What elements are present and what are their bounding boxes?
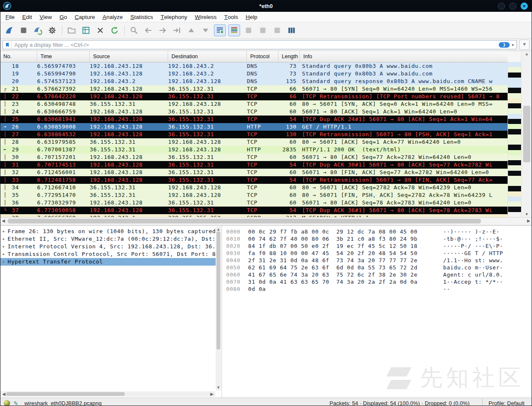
expand-arrow-icon[interactable]: ▸ bbox=[0, 228, 8, 235]
expand-arrow-icon[interactable]: ▸ bbox=[0, 258, 8, 266]
menu-item-statistics[interactable]: Statistics bbox=[126, 12, 157, 22]
display-filter-box[interactable]: ❯ ▾ bbox=[3, 40, 517, 49]
resize-columns-button[interactable] bbox=[286, 24, 297, 36]
filter-apply-button[interactable]: ❯ bbox=[499, 42, 510, 48]
display-filter-input[interactable] bbox=[12, 42, 499, 48]
scroll-down-arrow-icon[interactable]: ▼ bbox=[521, 211, 532, 217]
capture-file-properties-icon[interactable] bbox=[4, 400, 10, 406]
hex-line-0040[interactable]: 00402f 31 2e 31 0d 0a 48 6f 73 74 3a 20 … bbox=[222, 257, 532, 264]
maximize-button[interactable] bbox=[509, 3, 516, 10]
column-header-info[interactable]: Info bbox=[300, 51, 508, 62]
menu-item-capture[interactable]: Capture bbox=[71, 12, 99, 22]
column-header-time[interactable]: Time bbox=[37, 51, 90, 62]
packet-length: 60 bbox=[278, 184, 300, 191]
packet-row-33[interactable]: │336.712481758192.168.243.12836.155.132.… bbox=[0, 176, 508, 184]
filter-history-dropdown-icon[interactable]: ▾ bbox=[512, 43, 514, 47]
menu-item-help[interactable]: Help bbox=[242, 12, 261, 22]
save-file-button[interactable] bbox=[80, 24, 92, 36]
packet-row-26[interactable]: →266.630859008192.168.243.12836.155.132.… bbox=[0, 123, 508, 131]
capture-options-button[interactable] bbox=[46, 24, 58, 36]
column-header-source[interactable]: Source bbox=[90, 51, 168, 62]
reload-button[interactable] bbox=[109, 24, 120, 36]
detail-line-2[interactable]: ▸Internet Protocol Version 4, Src: 192.1… bbox=[0, 243, 216, 250]
packet-number: 26 bbox=[10, 123, 37, 131]
packet-row-28[interactable]: │286.63197958536.155.132.31192.168.243.1… bbox=[0, 138, 508, 146]
menu-item-go[interactable]: Go bbox=[56, 12, 71, 22]
packet-row-36[interactable]: │366.773032979192.168.243.12836.155.132.… bbox=[0, 199, 508, 207]
filter-bookmark-icon[interactable] bbox=[3, 41, 12, 48]
packet-row-25[interactable]: │256.630681941192.168.243.12836.155.132.… bbox=[0, 116, 508, 123]
scroll-right-arrow-icon[interactable]: ▶ bbox=[209, 391, 215, 397]
add-filter-button[interactable]: ▾ bbox=[519, 40, 529, 50]
packet-row-20[interactable]: 206.574537123192.168.243.2192.168.243.12… bbox=[0, 78, 508, 85]
expand-arrow-icon[interactable]: ▸ bbox=[0, 243, 8, 250]
packet-row-30[interactable]: │306.707157201192.168.243.12836.155.132.… bbox=[0, 153, 508, 161]
details-scroll-thumb[interactable] bbox=[217, 231, 220, 350]
scroll-down-arrow-icon[interactable]: ▼ bbox=[216, 384, 221, 390]
column-header-length[interactable]: Length bbox=[278, 51, 300, 62]
column-header-protocol[interactable]: Protocol bbox=[247, 51, 278, 62]
auto-scroll-button[interactable] bbox=[214, 24, 226, 36]
column-header-destination[interactable]: Destination bbox=[168, 51, 247, 62]
hex-line-0030[interactable]: 0030fa f0 88 10 00 00 47 45 54 20 2f 20 … bbox=[222, 250, 532, 257]
detail-line-3[interactable]: ▸Transmission Control Protocol, Src Port… bbox=[0, 250, 216, 258]
hex-line-0070[interactable]: 007031 0d 0a 41 63 63 65 70 74 3a 20 2a … bbox=[222, 278, 532, 285]
menu-item-file[interactable]: File bbox=[2, 12, 19, 22]
packet-row-34[interactable]: │346.71266741036.155.132.31192.168.243.1… bbox=[0, 184, 508, 191]
menu-item-tools[interactable]: Tools bbox=[220, 12, 242, 22]
scroll-left-arrow-icon[interactable]: ◀ bbox=[0, 218, 7, 225]
start-capture-button[interactable] bbox=[3, 24, 15, 36]
hex-line-0060[interactable]: 006041 67 65 6e 74 3a 20 63 75 72 6c 2f … bbox=[222, 271, 532, 278]
packet-list-vertical-scrollbar[interactable]: ▲ ▼ bbox=[521, 51, 532, 217]
colorize-button[interactable] bbox=[228, 24, 240, 36]
column-header-no[interactable]: No. bbox=[0, 51, 37, 62]
packet-row-22[interactable]: │226.576642220192.168.243.12836.155.132.… bbox=[0, 93, 508, 100]
packet-row-18[interactable]: 186.565974703192.168.243.128192.168.243.… bbox=[0, 62, 508, 70]
minimize-button[interactable] bbox=[498, 3, 505, 10]
hex-line-0050[interactable]: 005062 61 69 64 75 2e 63 6f 6d 0d 0a 55 … bbox=[222, 264, 532, 271]
intelligent-scrollbar-minimap[interactable] bbox=[508, 62, 521, 217]
detail-line-1[interactable]: ▸Ethernet II, Src: VMware_12:dc:7a (00:0… bbox=[0, 235, 216, 243]
packet-row-31[interactable]: │316.707174513192.168.243.12836.155.132.… bbox=[0, 161, 508, 169]
horizontal-scroll-thumb[interactable] bbox=[8, 219, 481, 223]
hex-line-0010[interactable]: 001000 74 62 7f 40 00 80 06 3b 21 c0 a8 … bbox=[222, 235, 532, 242]
menu-item-edit[interactable]: Edit bbox=[19, 12, 36, 22]
hex-line-0020[interactable]: 002084 1f db 07 00 50 e0 2f 19 ec 7f 45 … bbox=[222, 242, 532, 250]
scroll-up-arrow-icon[interactable]: ▲ bbox=[521, 51, 532, 57]
packet-row-35[interactable]: │356.77295147036.155.132.31192.168.243.1… bbox=[0, 191, 508, 199]
packet-list-horizontal-scrollbar[interactable]: ◀ ▶ bbox=[0, 217, 532, 226]
packet-destination: 36.155.132.31 bbox=[168, 85, 247, 93]
hex-ascii: 1··Accep t: */*·· bbox=[443, 278, 503, 285]
packet-row-37[interactable]: └376.773050058192.168.243.12836.155.132.… bbox=[0, 207, 508, 214]
close-button[interactable]: ✕ bbox=[521, 3, 528, 10]
packet-row-23[interactable]: │236.63049874836.155.132.31192.168.243.1… bbox=[0, 100, 508, 108]
menu-item-telephony[interactable]: Telephony bbox=[157, 12, 191, 22]
capture-comment-icon[interactable]: ✎ bbox=[13, 400, 19, 406]
packet-row-27[interactable]: │276.630864532192.168.243.12836.155.132.… bbox=[0, 131, 508, 138]
packet-row-21[interactable]: ┌216.576627392192.168.243.12836.155.132.… bbox=[0, 85, 508, 93]
packet-row-24[interactable]: │246.630666759192.168.243.12836.155.132.… bbox=[0, 108, 508, 116]
restart-capture-button[interactable] bbox=[32, 24, 44, 36]
menu-item-view[interactable]: View bbox=[36, 12, 56, 22]
menu-item-analyze[interactable]: Analyze bbox=[99, 12, 126, 22]
expand-arrow-icon[interactable]: ▸ bbox=[0, 235, 8, 243]
packet-row-32[interactable]: │326.712456001192.168.243.12836.155.132.… bbox=[0, 169, 508, 176]
related-packet-mark: │ bbox=[0, 191, 10, 199]
hex-line-0080[interactable]: 00800d 0a·· bbox=[222, 285, 532, 293]
menu-item-wireless[interactable]: Wireless bbox=[191, 12, 221, 22]
packet-row-19[interactable]: 196.565994790192.168.243.128192.168.243.… bbox=[0, 70, 508, 78]
close-file-button[interactable] bbox=[94, 24, 106, 36]
detail-line-4[interactable]: ▸Hypertext Transfer Protocol bbox=[0, 258, 216, 266]
details-horizontal-scrollbar[interactable]: ◀▶ bbox=[0, 391, 215, 397]
details-hscroll-thumb[interactable] bbox=[6, 392, 125, 396]
packet-list-scroll-thumb[interactable] bbox=[523, 106, 530, 162]
scroll-right-arrow-icon[interactable]: ▶ bbox=[525, 218, 532, 225]
hex-line-0000[interactable]: 000000 0c 29 f7 fb a8 00 0c 29 12 dc 7a … bbox=[222, 228, 532, 235]
detail-line-0[interactable]: ▸Frame 26: 130 bytes on wire (1040 bits)… bbox=[0, 228, 216, 235]
details-vertical-scrollbar[interactable]: ▲▼ bbox=[216, 226, 221, 390]
packet-row-29[interactable]: ←296.70700138736.155.132.31192.168.243.1… bbox=[0, 146, 508, 153]
packet-row-38[interactable]: 387.606656768192.168.243.1239.255.255.25… bbox=[0, 214, 508, 217]
profile-selector[interactable]: Profile: Default bbox=[482, 399, 530, 406]
expand-arrow-icon[interactable]: ▸ bbox=[0, 250, 8, 258]
packet-destination: 36.155.132.31 bbox=[168, 123, 247, 131]
